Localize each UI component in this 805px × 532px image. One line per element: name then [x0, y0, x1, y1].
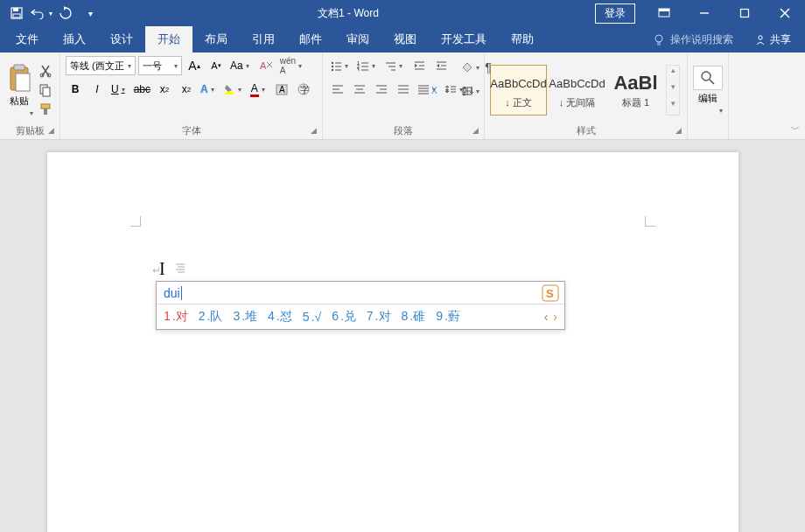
- format-painter-icon[interactable]: [37, 101, 54, 118]
- phonetic-guide-icon[interactable]: wénA▾: [278, 56, 306, 75]
- ime-cand-num: 1: [164, 309, 171, 323]
- change-case-icon[interactable]: Aa▾: [228, 56, 254, 75]
- grow-font-icon[interactable]: A▴: [185, 56, 204, 75]
- tab-design[interactable]: 设计: [98, 26, 145, 52]
- ime-cand-char: 对: [176, 309, 188, 323]
- qat-customize-icon[interactable]: ▾: [79, 2, 102, 24]
- ime-candidate-6[interactable]: 6.兑: [332, 309, 356, 325]
- styles-launcher[interactable]: ◢: [676, 123, 682, 137]
- copy-icon[interactable]: [37, 81, 54, 99]
- group-font: 等线 (西文正▾ 一号▾ A▴ A▾ Aa▾ A wénA▾ B I U▾ ab…: [60, 52, 323, 139]
- svg-line-75: [710, 80, 714, 84]
- ime-candidate-4[interactable]: 4.怼: [268, 309, 292, 325]
- tab-developer[interactable]: 开发工具: [429, 26, 499, 52]
- login-button[interactable]: 登录: [595, 4, 635, 24]
- collapse-ribbon-icon[interactable]: ﹀: [791, 123, 800, 136]
- font-size-value: 一号: [143, 60, 162, 73]
- align-justify-icon[interactable]: [394, 80, 413, 99]
- decrease-indent-icon[interactable]: [410, 56, 429, 75]
- svg-rect-4: [659, 9, 669, 11]
- show-hide-icon[interactable]: ¶: [479, 58, 498, 77]
- bold-icon[interactable]: B: [66, 80, 85, 99]
- character-shading-icon[interactable]: A: [272, 80, 291, 99]
- maximize-button[interactable]: [724, 0, 765, 26]
- redo-icon[interactable]: [54, 2, 77, 24]
- sort-icon[interactable]: AZ: [459, 80, 479, 100]
- align-right-icon[interactable]: [372, 80, 391, 99]
- group-font-label: 字体: [182, 125, 201, 136]
- font-size-combo[interactable]: 一号▾: [138, 56, 182, 75]
- underline-icon[interactable]: U▾: [109, 80, 130, 99]
- group-styles: AaBbCcDd ↓ 正文 AaBbCcDd ↓ 无间隔 AaBl 标题 1 ▴…: [485, 52, 688, 139]
- ime-candidate-1[interactable]: 1.对: [164, 309, 188, 325]
- svg-rect-19: [43, 88, 50, 96]
- tab-file[interactable]: 文件: [4, 26, 51, 52]
- styles-expand-icon[interactable]: ▾: [667, 99, 679, 115]
- superscript-icon[interactable]: x2: [177, 80, 196, 99]
- paste-button[interactable]: [5, 63, 33, 93]
- italic-icon[interactable]: I: [88, 80, 107, 99]
- styles-scroll-up-icon[interactable]: ▴: [667, 66, 679, 81]
- tab-layout[interactable]: 布局: [192, 26, 240, 52]
- asian-layout-icon[interactable]: X▾: [429, 80, 453, 100]
- tab-home[interactable]: 开始: [145, 26, 192, 52]
- editing-dropdown[interactable]: ▾: [717, 107, 723, 115]
- align-center-icon[interactable]: [350, 80, 369, 99]
- font-color-icon[interactable]: A▾: [248, 80, 270, 99]
- font-name-combo[interactable]: 等线 (西文正▾: [66, 56, 136, 75]
- svg-point-32: [332, 69, 333, 71]
- tab-mailings[interactable]: 邮件: [287, 26, 334, 52]
- tab-help[interactable]: 帮助: [499, 26, 546, 52]
- ime-candidate-7[interactable]: 7.对: [367, 309, 391, 325]
- ime-next-page-icon[interactable]: ›: [553, 310, 557, 324]
- strikethrough-icon[interactable]: abc: [132, 80, 152, 99]
- ime-candidate-5[interactable]: 5.√: [303, 310, 321, 324]
- tell-me-search[interactable]: 操作说明搜索: [646, 32, 740, 47]
- text-effects-icon[interactable]: A▾: [199, 80, 219, 99]
- paste-dropdown[interactable]: ▾: [27, 109, 33, 117]
- style-preview: AaBbCcDd: [549, 70, 605, 96]
- bullets-icon[interactable]: ▾: [328, 56, 353, 75]
- ribbon-display-icon[interactable]: [644, 0, 684, 26]
- ime-candidate-3[interactable]: 3.堆: [233, 309, 257, 325]
- align-left-icon[interactable]: [328, 80, 347, 99]
- group-editing: 编辑 ▾: [688, 52, 729, 139]
- increase-indent-icon[interactable]: [431, 56, 451, 75]
- ime-candidate-2[interactable]: 2.队: [199, 309, 223, 325]
- document-page[interactable]: ↵ I: [47, 152, 738, 532]
- tab-view[interactable]: 视图: [382, 26, 429, 52]
- font-launcher[interactable]: ◢: [311, 123, 317, 137]
- tab-review[interactable]: 审阅: [334, 26, 382, 52]
- multilevel-list-icon[interactable]: ▾: [382, 56, 407, 75]
- subscript-icon[interactable]: x2: [155, 80, 174, 99]
- style-heading1[interactable]: AaBl 标题 1: [607, 65, 664, 116]
- clipboard-launcher[interactable]: ◢: [48, 123, 54, 137]
- ime-prev-page-icon[interactable]: ‹: [544, 310, 549, 324]
- share-button[interactable]: 共享: [744, 32, 802, 47]
- style-name: 标题 1: [622, 96, 649, 109]
- styles-gallery-scroll[interactable]: ▴ ▾ ▾: [666, 65, 680, 116]
- find-button[interactable]: [693, 66, 723, 90]
- svg-text:S: S: [546, 287, 554, 300]
- close-button[interactable]: [765, 0, 805, 26]
- indent-marker-icon: [175, 262, 187, 273]
- undo-icon[interactable]: ▾: [30, 2, 52, 24]
- enclose-characters-icon[interactable]: 字: [294, 80, 313, 99]
- save-icon[interactable]: [5, 2, 28, 24]
- paragraph-launcher[interactable]: ◢: [472, 123, 479, 137]
- shrink-font-icon[interactable]: A▾: [206, 56, 226, 75]
- clear-formatting-icon[interactable]: A: [256, 56, 276, 75]
- numbering-icon[interactable]: 123▾: [355, 56, 380, 75]
- style-name: ↓ 无间隔: [559, 96, 596, 109]
- ime-candidate-9[interactable]: 9.薱: [436, 309, 460, 325]
- minimize-button[interactable]: [684, 0, 724, 26]
- tab-references[interactable]: 引用: [240, 26, 287, 52]
- styles-scroll-down-icon[interactable]: ▾: [667, 82, 679, 98]
- highlight-icon[interactable]: ▾: [221, 80, 246, 99]
- style-no-spacing[interactable]: AaBbCcDd ↓ 无间隔: [549, 65, 606, 116]
- tab-insert[interactable]: 插入: [51, 26, 98, 52]
- cut-icon[interactable]: [37, 62, 54, 80]
- ime-candidate-8[interactable]: 8.碓: [402, 309, 426, 325]
- margin-corner-tl: [130, 216, 141, 227]
- style-normal[interactable]: AaBbCcDd ↓ 正文: [490, 65, 547, 116]
